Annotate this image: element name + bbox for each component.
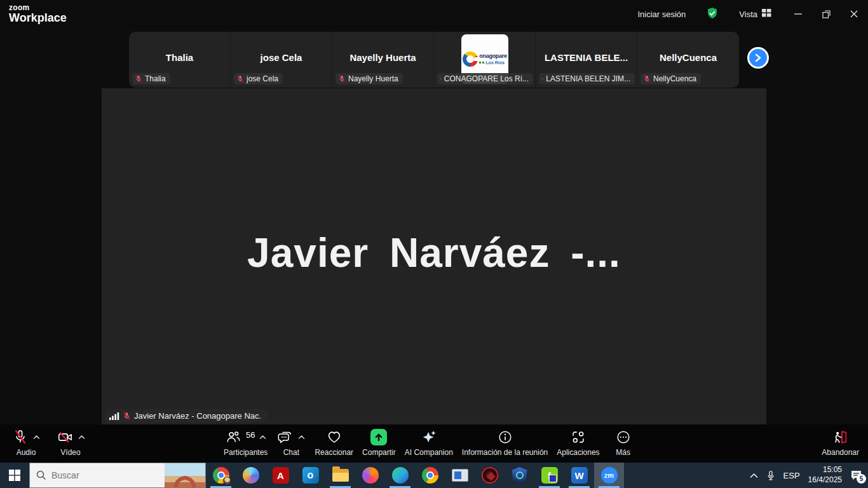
tray-date: 16/4/2025: [808, 475, 842, 485]
muted-mic-icon: [236, 75, 244, 83]
view-grid-icon: [762, 9, 771, 19]
taskbar-edge[interactable]: [385, 463, 415, 488]
active-speaker-display-name: Javier Narváez -...: [247, 229, 621, 276]
logo-square-icon: [482, 62, 484, 64]
start-button[interactable]: [0, 463, 29, 488]
taskbar-file-explorer[interactable]: [325, 463, 355, 488]
active-speaker-video: Javier Narváez -... Javier Narváez - Con…: [102, 88, 766, 424]
ai-companion-button[interactable]: AI Companion: [405, 429, 453, 457]
brand-workplace: Workplace: [9, 12, 67, 24]
taskbar-acrobat[interactable]: A: [266, 463, 295, 488]
brand-zoom: zoom: [9, 4, 67, 12]
copilot-icon: [243, 467, 259, 484]
acrobat-icon: A: [273, 467, 289, 484]
chat-icon: [277, 429, 294, 445]
tray-microphone[interactable]: [766, 470, 775, 481]
leave-meeting-button[interactable]: Abandonar: [822, 429, 859, 457]
video-tile-jose-cela[interactable]: jose Cela jose Cela: [231, 32, 332, 88]
logo-square-icon: [479, 62, 481, 64]
edge-icon: [392, 467, 409, 484]
muted-mic-icon: [541, 75, 543, 83]
participants-button[interactable]: 56 Participantes: [224, 429, 268, 457]
search-highlight-image[interactable]: [165, 463, 205, 487]
tile-name-label: jose Cela: [234, 73, 283, 85]
share-screen-icon: [370, 429, 387, 445]
tray-time: 15:05: [808, 465, 842, 475]
tile-center-name: LASTENIA BELE...: [536, 52, 637, 63]
react-button[interactable]: Reaccionar: [315, 429, 353, 457]
tile-center-name: Nayelly Huerta: [332, 52, 433, 63]
tile-name-label: LASTENIA BELEN JIM...: [539, 73, 635, 85]
video-options-chevron-icon[interactable]: [78, 435, 85, 440]
participants-count: 56: [246, 430, 255, 440]
taskbar-chrome-profile[interactable]: [206, 463, 236, 488]
muted-mic-icon: [123, 412, 131, 420]
next-participants-button[interactable]: [747, 47, 769, 69]
view-label: Vista: [739, 10, 757, 19]
taskbar-security-shield[interactable]: [505, 463, 534, 488]
tile-name-label: NellyCuenca: [641, 73, 701, 85]
share-screen-button[interactable]: Compartir: [362, 429, 396, 457]
fx-app-icon: f: [541, 467, 558, 484]
close-icon: [850, 10, 858, 18]
close-button[interactable]: [840, 3, 868, 25]
apps-button[interactable]: Aplicaciones: [557, 429, 599, 457]
muted-mic-icon: [440, 75, 442, 83]
participants-options-chevron-icon[interactable]: [259, 435, 266, 440]
tray-language[interactable]: ESP: [783, 471, 800, 480]
view-button[interactable]: Vista: [731, 5, 779, 23]
more-ellipsis-icon: [615, 429, 632, 445]
zoom-app-icon: zm: [601, 467, 618, 484]
chevron-right-icon: [754, 53, 763, 63]
maximize-button[interactable]: [812, 3, 840, 25]
windows-taskbar: A o f W zm: [0, 463, 868, 488]
taskbar-zoom[interactable]: zm: [594, 463, 624, 488]
sign-in-button[interactable]: Iniciar sesión: [630, 6, 693, 23]
tile-center-name: NellyCuenca: [637, 52, 739, 63]
video-tile-thalia[interactable]: Thalia Thalia: [129, 32, 231, 88]
more-button[interactable]: Más: [609, 429, 638, 457]
taskbar-search[interactable]: [29, 463, 206, 488]
ai-sparkle-icon: [421, 429, 437, 445]
taskbar-red-app[interactable]: [475, 463, 505, 488]
muted-mic-icon: [338, 75, 346, 83]
tray-notifications[interactable]: 5: [850, 470, 863, 481]
audio-options-chevron-icon[interactable]: [33, 435, 40, 440]
chrome-icon: [213, 467, 229, 484]
profile-avatar: [223, 477, 231, 485]
search-input[interactable]: [51, 470, 165, 480]
word-icon: W: [571, 467, 588, 484]
tile-center-name: Thalia: [129, 52, 230, 63]
taskbar-copilot[interactable]: [236, 463, 266, 488]
taskbar-fx-app[interactable]: f: [534, 463, 564, 488]
tile-name-label: Nayelly Huerta: [336, 73, 403, 85]
chat-button[interactable]: Chat: [276, 429, 306, 457]
taskbar-outlook[interactable]: o: [295, 463, 325, 488]
audio-button[interactable]: Audio: [11, 429, 41, 457]
tray-clock[interactable]: 15:05 16/4/2025: [808, 465, 842, 485]
chat-options-chevron-icon[interactable]: [298, 435, 305, 440]
security-shield-button[interactable]: [698, 3, 726, 25]
tray-show-hidden-icons[interactable]: [750, 473, 758, 478]
meeting-info-button[interactable]: Información de la reunión: [462, 429, 548, 457]
video-button[interactable]: Vídeo: [56, 429, 85, 457]
taskbar-remote-desktop[interactable]: [445, 463, 475, 488]
search-icon: [36, 470, 46, 480]
heart-react-icon: [326, 429, 342, 445]
video-tile-nellycuenca[interactable]: NellyCuenca NellyCuenca: [637, 32, 739, 88]
participants-icon: [225, 429, 241, 445]
video-tile-nayelly-huerta[interactable]: Nayelly Huerta Nayelly Huerta: [332, 32, 434, 88]
zoom-workplace-logo: zoom Workplace: [0, 4, 67, 24]
minimize-button[interactable]: [784, 3, 812, 25]
muted-mic-icon: [643, 75, 651, 83]
video-tile-conagopare[interactable]: onagopare Los Ríos CONAGOPARE Los Rí...: [434, 32, 536, 88]
muted-camera-slash-icon: [57, 429, 74, 445]
taskbar-word[interactable]: W: [564, 463, 594, 488]
taskbar-firefox[interactable]: [355, 463, 385, 488]
taskbar-chrome[interactable]: [415, 463, 445, 488]
shield-check-icon: [706, 7, 719, 22]
video-tile-lastenia[interactable]: LASTENIA BELE... LASTENIA BELEN JIM...: [536, 32, 637, 88]
remote-desktop-icon: [452, 469, 468, 482]
shield-app-icon: [512, 467, 527, 484]
red-app-icon: [482, 467, 498, 484]
